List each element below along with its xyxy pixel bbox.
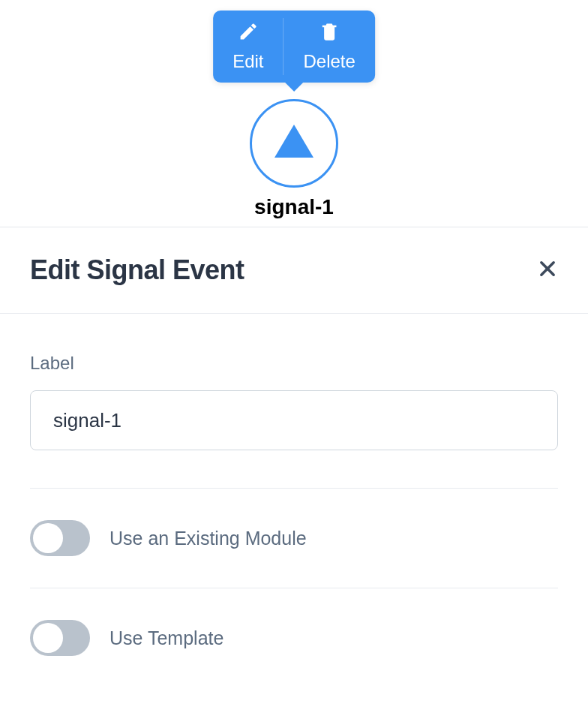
delete-button-label: Delete <box>303 51 355 72</box>
node-label: signal-1 <box>254 195 334 219</box>
use-existing-module-label: Use an Existing Module <box>110 528 307 549</box>
trash-icon <box>319 21 340 47</box>
panel-body: Label Use an Existing Module Use Templat… <box>0 314 588 687</box>
toggle-knob <box>33 523 63 553</box>
close-icon <box>537 258 558 282</box>
triangle-icon <box>274 125 314 158</box>
label-field-label: Label <box>30 353 558 374</box>
pencil-icon <box>238 21 259 47</box>
canvas-area: Edit Delete signal-1 <box>0 0 588 227</box>
edit-button-label: Edit <box>232 51 263 72</box>
use-existing-module-toggle[interactable] <box>30 520 90 556</box>
use-existing-module-row: Use an Existing Module <box>30 489 558 588</box>
use-template-row: Use Template <box>30 588 558 687</box>
use-template-label: Use Template <box>110 627 224 649</box>
toggle-knob <box>33 623 63 653</box>
edit-button[interactable]: Edit <box>213 11 283 83</box>
node-context-popover: Edit Delete <box>213 11 375 83</box>
use-template-toggle[interactable] <box>30 620 90 656</box>
panel-header: Edit Signal Event <box>0 227 588 314</box>
close-button[interactable] <box>537 258 558 282</box>
node-circle <box>250 99 338 188</box>
delete-button[interactable]: Delete <box>284 11 374 83</box>
panel-title: Edit Signal Event <box>30 254 244 286</box>
label-input[interactable] <box>30 390 558 450</box>
signal-node[interactable]: signal-1 <box>250 99 338 219</box>
